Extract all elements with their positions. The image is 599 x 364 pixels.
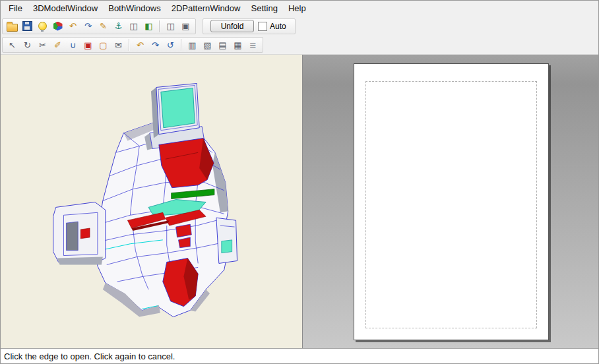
anchor-tool-button[interactable]: ⚓ [111,19,126,33]
menu-3dmodelwindow[interactable]: 3DModelWindow [28,1,103,16]
auto-checkbox[interactable] [258,22,267,31]
rotate-tool-icon: ↻ [24,41,31,49]
auto-option[interactable]: Auto [258,22,293,31]
red-box-tool-button[interactable]: ▣ [80,38,96,52]
redo-button[interactable]: ↷ [80,19,96,33]
red-box-tool-icon: ▣ [84,41,92,49]
grid-view-icon: ▦ [234,41,241,49]
split-view-2-button[interactable]: ▣ [178,19,193,33]
brush-tool-icon: ✐ [54,41,61,49]
menu-bothwindows[interactable]: BothWindows [103,1,166,16]
reset-rotation-button[interactable]: ↺ [163,38,178,52]
flap-tool-button[interactable]: ▢ [96,38,111,52]
column-view-icon: ◫ [129,22,137,30]
texture-cube-button[interactable] [50,19,65,33]
magnet-tool-button[interactable]: ∪ [65,38,80,52]
column-view-button[interactable]: ◫ [126,19,141,33]
reset-rotation-icon: ↺ [167,41,174,49]
page-margin-guide [365,81,537,328]
join-edge-icon: ▥ [188,41,196,49]
arrange-parts-button[interactable]: ≡ [245,38,261,52]
model-left-ear [53,202,106,264]
edit-toolbar: ↖ ↻ ✂ ✐ ∪ ▣ ▢ ✉ ↶ ↷ ↺ ▥ ▧ ▤ ▦ ≡ [1,36,598,55]
texture-cube-icon [53,22,63,31]
join-edge-button[interactable]: ▥ [185,38,200,52]
divide-edge-icon: ▧ [203,41,211,49]
unfold-button[interactable]: Unfold [210,20,254,32]
arrange-parts-icon: ≡ [249,41,257,49]
app-window: File 3DModelWindow BothWindows 2DPattern… [0,0,599,364]
save-button[interactable] [20,19,35,33]
unfold-toolbar-group: Unfold Auto [203,18,296,34]
select-tool-button[interactable]: ↖ [5,38,20,52]
menu-setting[interactable]: Setting [245,1,282,16]
rotate-tool-button[interactable]: ↻ [20,38,35,52]
pattern-2d-pane[interactable] [303,55,598,348]
brush-tool-button[interactable]: ✐ [50,38,65,52]
pane-view-icon: ◧ [144,22,152,30]
measure-tool-button[interactable]: ✎ [96,19,111,33]
toolbar-separator [181,39,182,51]
undo-button[interactable]: ↶ [65,19,80,33]
magnet-tool-icon: ∪ [70,41,77,49]
menu-help[interactable]: Help [283,1,311,16]
client-area [1,55,598,348]
main-toolbar: ↶ ↷ ✎ ⚓ ◫ ◧ ◫ ▣ Unfold Auto [1,16,598,36]
model-3d-pane[interactable] [1,55,303,348]
redo-icon: ↷ [84,22,92,30]
save-icon [22,21,32,31]
auto-label: Auto [270,22,286,31]
split-view-1-icon: ◫ [166,22,174,30]
status-text: Click the edge to open. Click again to c… [4,351,175,361]
split-view-1-button[interactable]: ◫ [163,19,178,33]
page-setup-icon: ▤ [218,41,226,49]
split-view-2-icon: ▣ [181,22,189,30]
main-toolbar-group: ↶ ↷ ✎ ⚓ ◫ ◧ ◫ ▣ [2,18,196,34]
light-bulb-icon [38,22,47,30]
open-file-icon [7,24,18,32]
edit-toolbar-group: ↖ ↻ ✂ ✐ ∪ ▣ ▢ ✉ ↶ ↷ ↺ ▥ ▧ ▤ ▦ ≡ [2,37,263,53]
menu-2dpatternwindow[interactable]: 2DPatternWindow [166,1,246,16]
cut-edge-button[interactable]: ✂ [35,38,50,52]
page-setup-button[interactable]: ▤ [215,38,230,52]
status-bar: Click the edge to open. Click again to c… [1,348,598,363]
cut-edge-icon: ✂ [39,41,46,49]
redo-edit-button[interactable]: ↷ [148,38,163,52]
toolbar-separator [129,39,130,51]
undo-edit-button[interactable]: ↶ [133,38,148,52]
undo-edit-icon: ↶ [137,41,144,49]
menu-file[interactable]: File [3,1,28,16]
select-tool-icon: ↖ [9,41,16,49]
menu-bar: File 3DModelWindow BothWindows 2DPattern… [1,1,598,16]
pane-view-button[interactable]: ◧ [141,19,156,33]
open-file-button[interactable] [5,19,20,33]
pattern-page [354,63,549,340]
3d-model[interactable] [1,55,302,348]
model-right-ear [216,218,237,263]
redo-edit-icon: ↷ [152,41,159,49]
grid-view-button[interactable]: ▦ [230,38,245,52]
light-toggle-button[interactable] [35,19,50,33]
anchor-icon: ⚓ [115,22,123,30]
divide-edge-button[interactable]: ▧ [200,38,215,52]
measure-icon: ✎ [100,22,107,30]
toolbar-separator [159,20,160,32]
mail-tool-button[interactable]: ✉ [111,38,126,52]
mail-tool-icon: ✉ [115,41,122,49]
flap-tool-icon: ▢ [99,41,107,49]
undo-icon: ↶ [69,22,77,30]
